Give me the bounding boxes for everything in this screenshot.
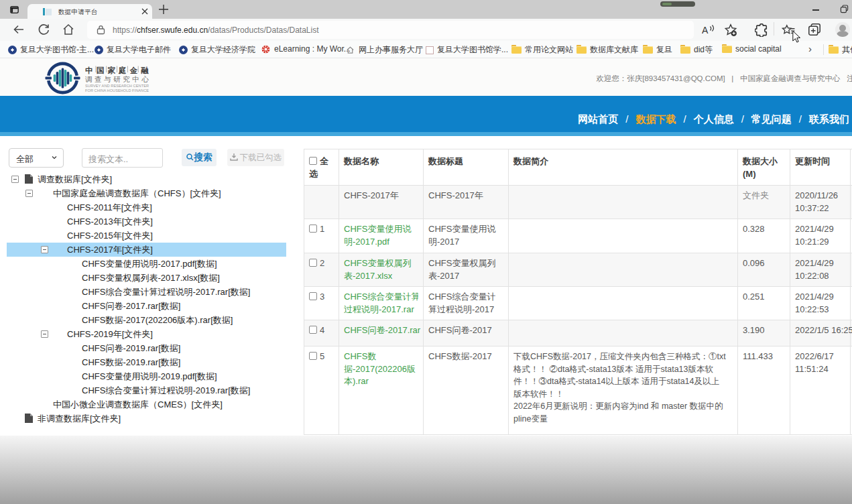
svg-text:FOR CHINA HOUSEHOLD FINANCE: FOR CHINA HOUSEHOLD FINANCE — [85, 88, 149, 92]
svg-text:调查与研究中心: 调查与研究中心 — [85, 75, 149, 83]
svg-text:SURVEY AND RESEARCH CENTER: SURVEY AND RESEARCH CENTER — [85, 84, 149, 88]
svg-text:A: A — [702, 25, 709, 36]
